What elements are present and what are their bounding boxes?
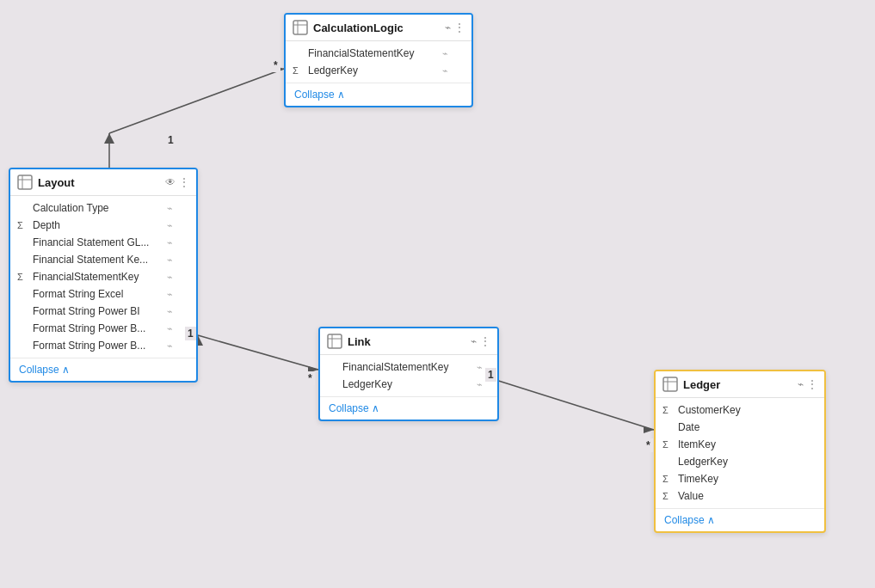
field-fsgl: Financial Statement GL... [33, 236, 162, 248]
sigma-icon: Σ [17, 272, 28, 282]
table-icon-link [327, 334, 342, 349]
collapse-ledger[interactable]: Collapse ∧ [664, 514, 816, 526]
svg-marker-3 [104, 133, 114, 144]
card-ledger-body: Σ CustomerKey Date Σ ItemKey LedgerKey Σ… [656, 398, 824, 508]
sigma-icon: Σ [662, 405, 673, 415]
card-link-footer: Collapse ∧ [320, 396, 497, 420]
card-calculationlogic-body: FinancialStatementKey ⌁ Σ LedgerKey ⌁ [286, 41, 471, 83]
collapse-link[interactable]: Collapse ∧ [329, 402, 489, 414]
diagram-canvas: 1 * 1 * 1 * CalculationLogic ⌁ ⋮ Financi [0, 0, 875, 588]
card-ledger-actions[interactable]: ⌁ ⋮ [798, 378, 817, 390]
card-calculationlogic-actions[interactable]: ⌁ ⋮ [445, 21, 465, 34]
table-row: Format String Power B... ⌁ [10, 337, 196, 354]
table-row: FinancialStatementKey ⌁ [286, 45, 471, 62]
table-row: Σ Depth ⌁ [10, 217, 196, 234]
more-icon-link[interactable]: ⋮ [480, 335, 490, 347]
more-icon-calculationlogic[interactable]: ⋮ [454, 21, 465, 34]
card-link-actions[interactable]: ⌁ ⋮ [471, 335, 490, 347]
card-calculationlogic-title: CalculationLogic [313, 21, 440, 34]
sigma-icon: Σ [293, 65, 303, 76]
table-row: Financial Statement Ke... ⌁ [10, 251, 196, 268]
field-fsk: FinancialStatementKey [33, 271, 162, 283]
card-layout-actions[interactable]: 👁 ⋮ [165, 176, 189, 188]
card-calculationlogic-header: CalculationLogic ⌁ ⋮ [286, 15, 471, 41]
field-icon: ⌁ [167, 340, 173, 352]
card-ledger: Ledger ⌁ ⋮ Σ CustomerKey Date Σ ItemKey … [654, 370, 826, 533]
collapse-layout[interactable]: Collapse ∧ [19, 364, 188, 376]
field-customerkey: CustomerKey [678, 404, 807, 416]
card-calculationlogic-footer: Collapse ∧ [286, 83, 471, 106]
label-layout-calc-many: * [271, 58, 280, 72]
svg-rect-10 [293, 21, 307, 34]
card-link-header: Link ⌁ ⋮ [320, 328, 497, 355]
card-ledger-title: Ledger [683, 378, 792, 391]
sigma-icon: Σ [662, 474, 673, 484]
table-row: Format String Excel ⌁ [10, 285, 196, 303]
field-icon: ⌁ [477, 379, 483, 390]
field-date: Date [678, 421, 807, 433]
card-link: Link ⌁ ⋮ FinancialStatementKey ⌁ LedgerK… [318, 327, 499, 421]
table-icon-calculationlogic [293, 20, 308, 35]
svg-line-4 [198, 335, 318, 370]
field-icon: ⌁ [167, 237, 173, 248]
table-row: Calculation Type ⌁ [10, 199, 196, 217]
table-row: FinancialStatementKey ⌁ [320, 358, 497, 376]
field-itemkey: ItemKey [678, 438, 807, 450]
field-icon: ⌁ [167, 289, 173, 300]
card-calculationlogic: CalculationLogic ⌁ ⋮ FinancialStatementK… [284, 13, 473, 107]
field-icon: ⌁ [167, 254, 173, 266]
field-icon: ⌁ [442, 65, 448, 77]
svg-rect-19 [663, 377, 677, 391]
field-fse: Format String Excel [33, 288, 162, 300]
sigma-icon: Σ [17, 220, 28, 230]
card-layout-footer: Collapse ∧ [10, 358, 196, 381]
table-row: LedgerKey ⌁ [320, 376, 497, 393]
field-icon: ⌁ [167, 306, 173, 317]
label-link-ledger-1: 1 [485, 368, 496, 382]
table-row: Σ ItemKey [656, 436, 824, 453]
field-depth: Depth [33, 219, 162, 231]
label-layout-link-1: 1 [185, 327, 196, 340]
field-financialstatementkey-calc: FinancialStatementKey [308, 47, 437, 59]
more-icon-ledger[interactable]: ⋮ [807, 378, 817, 390]
card-layout-body: Calculation Type ⌁ Σ Depth ⌁ Financial S… [10, 196, 196, 358]
field-icon: ⌁ [167, 203, 173, 214]
table-row: Format String Power BI ⌁ [10, 303, 196, 320]
table-row: Σ CustomerKey [656, 401, 824, 419]
svg-rect-16 [328, 334, 342, 348]
field-icon: ⌁ [167, 323, 173, 334]
table-row: Σ TimeKey [656, 470, 824, 487]
more-icon-layout[interactable]: ⋮ [179, 176, 189, 188]
table-icon-layout [17, 175, 33, 190]
hide-icon-link[interactable]: ⌁ [471, 335, 477, 347]
field-value: Value [678, 490, 807, 502]
table-row: LedgerKey [656, 453, 824, 470]
card-layout: Layout 👁 ⋮ Calculation Type ⌁ Σ Depth ⌁ … [9, 168, 198, 383]
sigma-icon: Σ [662, 439, 673, 450]
hide-icon-calculationlogic[interactable]: ⌁ [445, 21, 451, 34]
field-icon: ⌁ [477, 362, 483, 373]
field-timekey: TimeKey [678, 473, 807, 485]
svg-rect-13 [18, 175, 32, 189]
svg-line-7 [490, 378, 654, 430]
collapse-calculationlogic[interactable]: Collapse ∧ [294, 89, 463, 101]
field-fspb1: Format String Power B... [33, 322, 162, 334]
table-row: Financial Statement GL... ⌁ [10, 234, 196, 251]
field-icon: ⌁ [167, 272, 173, 283]
table-row: Format String Power B... ⌁ [10, 320, 196, 337]
card-link-body: FinancialStatementKey ⌁ LedgerKey ⌁ [320, 355, 497, 396]
label-layout-calc-1: 1 [165, 133, 176, 147]
label-link-ledger-many: * [644, 438, 653, 452]
card-ledger-header: Ledger ⌁ ⋮ [656, 371, 824, 398]
card-ledger-footer: Collapse ∧ [656, 508, 824, 531]
field-ledgerkey-link: LedgerKey [342, 378, 471, 390]
field-fspbi: Format String Power BI [33, 305, 162, 317]
hide-icon-ledger[interactable]: ⌁ [798, 378, 804, 390]
field-icon: ⌁ [442, 48, 448, 59]
card-layout-header: Layout 👁 ⋮ [10, 169, 196, 196]
table-icon-ledger [662, 377, 678, 392]
field-calculationtype: Calculation Type [33, 202, 162, 214]
eye-icon-layout[interactable]: 👁 [165, 176, 176, 188]
field-ledgerkey-ledger: LedgerKey [678, 456, 807, 468]
field-ledgerkey-calc: LedgerKey [308, 64, 437, 77]
